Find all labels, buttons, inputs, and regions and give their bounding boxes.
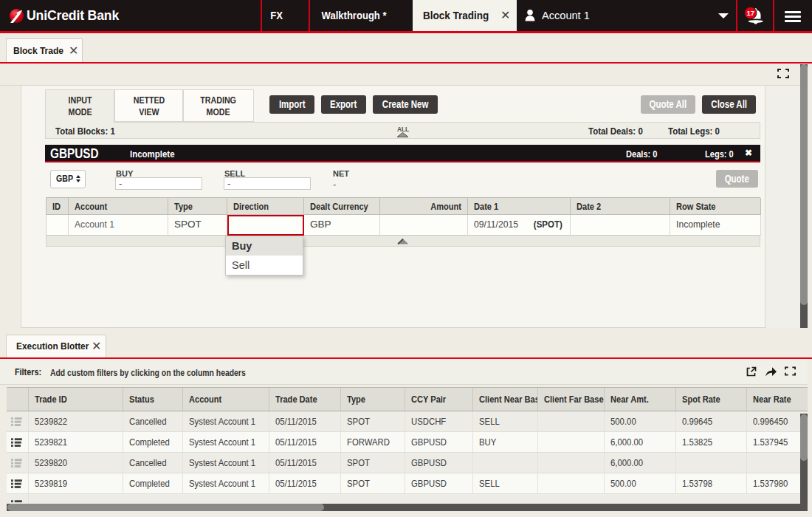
svg-text:17: 17 xyxy=(746,9,754,17)
